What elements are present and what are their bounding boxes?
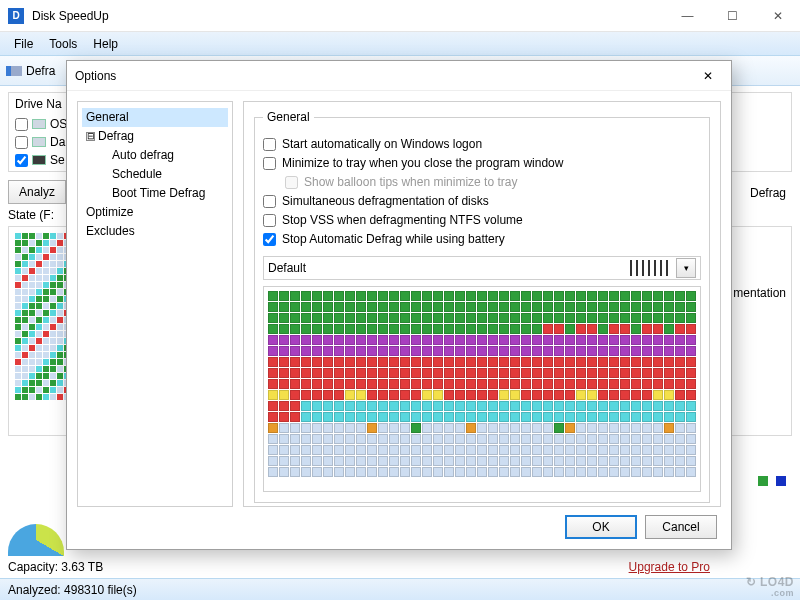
right-labels: Defrag mentation [733, 186, 786, 300]
defrag-icon [6, 66, 22, 76]
chk-tray-label: Minimize to tray when you close the prog… [282, 156, 563, 170]
titlebar: D Disk SpeedUp — ☐ ✕ [0, 0, 800, 32]
menu-file[interactable]: File [6, 35, 41, 53]
palette-dropdown[interactable]: ▾ [676, 258, 696, 278]
palette-swatch[interactable] [666, 260, 668, 276]
drive-checkbox[interactable] [15, 118, 28, 131]
app-icon: D [8, 8, 24, 24]
window-close-button[interactable]: ✕ [755, 1, 800, 31]
palette-row: Default ▾ [263, 256, 701, 280]
tree-excludes[interactable]: Excludes [82, 222, 228, 241]
chk-simultaneous[interactable] [263, 195, 276, 208]
tree-auto-defrag[interactable]: Auto defrag [82, 146, 228, 165]
drive-icon [32, 155, 46, 165]
tree-optimize[interactable]: Optimize [82, 203, 228, 222]
options-pane: General Start automatically on Windows l… [243, 101, 721, 507]
palette-swatch[interactable] [660, 260, 662, 276]
menu-help[interactable]: Help [85, 35, 126, 53]
drive-checkbox[interactable] [15, 136, 28, 149]
drive-checkbox[interactable] [15, 154, 28, 167]
palette-swatch[interactable] [636, 260, 638, 276]
chk-vss-label: Stop VSS when defragmenting NTFS volume [282, 213, 523, 227]
toolbar-defrag[interactable]: Defra [6, 64, 55, 78]
chk-tray[interactable] [263, 157, 276, 170]
drive-icon [32, 137, 46, 147]
tree-general[interactable]: General [82, 108, 228, 127]
group-legend: General [263, 110, 314, 124]
cluster-preview [263, 286, 701, 492]
chk-balloon-label: Show balloon tips when minimize to tray [304, 175, 517, 189]
palette-swatch[interactable] [642, 260, 644, 276]
dialog-close-button[interactable]: ✕ [693, 69, 723, 83]
palette-swatch[interactable] [654, 260, 656, 276]
tree-boot-time[interactable]: Boot Time Defrag [82, 184, 228, 203]
analyze-button[interactable]: Analyz [8, 180, 66, 204]
chk-vss[interactable] [263, 214, 276, 227]
status-bar: Analyzed: 498310 file(s) [0, 578, 800, 600]
tree-defrag[interactable]: ⊟Defrag [82, 127, 228, 146]
ok-button[interactable]: OK [565, 515, 637, 539]
window-title: Disk SpeedUp [32, 9, 109, 23]
dialog-title: Options [75, 69, 116, 83]
tree-schedule[interactable]: Schedule [82, 165, 228, 184]
right-legend [758, 476, 786, 486]
drive-label: Da [50, 135, 65, 149]
chk-startup[interactable] [263, 138, 276, 151]
options-dialog: Options ✕ General ⊟Defrag Auto defrag Sc… [66, 60, 732, 550]
menubar: File Tools Help [0, 32, 800, 56]
minimize-button[interactable]: — [665, 1, 710, 31]
maximize-button[interactable]: ☐ [710, 1, 755, 31]
toolbar-defrag-label: Defra [26, 64, 55, 78]
drive-label: OS [50, 117, 67, 131]
chk-battery[interactable] [263, 233, 276, 246]
menu-tools[interactable]: Tools [41, 35, 85, 53]
capacity-pie-icon [8, 524, 64, 556]
analyzed-label: Analyzed: 498310 file(s) [8, 583, 137, 597]
chk-startup-label: Start automatically on Windows logon [282, 137, 482, 151]
cancel-button[interactable]: Cancel [645, 515, 717, 539]
options-tree: General ⊟Defrag Auto defrag Schedule Boo… [77, 101, 233, 507]
drive-icon [32, 119, 46, 129]
chk-battery-label: Stop Automatic Defrag while using batter… [282, 232, 505, 246]
upgrade-link[interactable]: Upgrade to Pro [629, 560, 710, 574]
palette-label: Default [268, 261, 306, 275]
collapse-icon[interactable]: ⊟ [86, 132, 95, 141]
chk-simul-label: Simultaneous defragmentation of disks [282, 194, 489, 208]
palette-swatch[interactable] [630, 260, 632, 276]
palette-swatch[interactable] [648, 260, 650, 276]
watermark: ↻ LO4D.com [746, 566, 794, 598]
general-group: General Start automatically on Windows l… [254, 110, 710, 503]
chk-balloon [285, 176, 298, 189]
drive-label: Se [50, 153, 65, 167]
dialog-titlebar: Options ✕ [67, 61, 731, 91]
